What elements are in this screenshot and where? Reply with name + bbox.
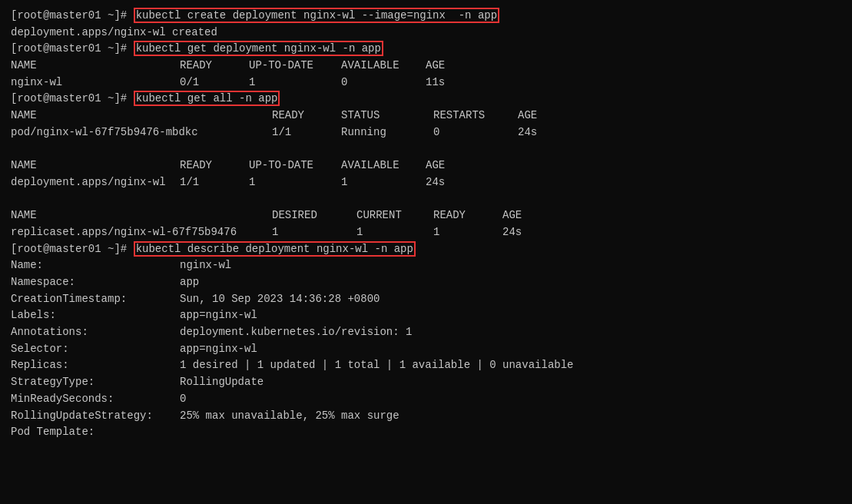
terminal-line: NAMEDESIREDCURRENTREADYAGE xyxy=(11,207,841,224)
terminal-line: Pod Template: xyxy=(11,424,841,441)
terminal-line: nginx-wl0/11011s xyxy=(11,75,841,91)
command: kubectl get all -n app xyxy=(134,91,280,106)
terminal-line: Namespace:app xyxy=(11,274,841,291)
terminal: [root@master01 ~]# kubectl create deploy… xyxy=(0,0,852,504)
terminal-line: replicaset.apps/nginx-wl-67f75b947611124… xyxy=(11,224,841,241)
terminal-line: RollingUpdateStrategy:25% max unavailabl… xyxy=(11,408,841,425)
prompt: [root@master01 ~]# xyxy=(11,92,134,104)
terminal-line: Annotations:deployment.kubernetes.io/rev… xyxy=(11,324,841,341)
prompt: [root@master01 ~]# xyxy=(11,243,134,255)
terminal-line: NAMEREADYSTATUSRESTARTSAGE xyxy=(11,108,841,124)
terminal-line: Selector:app=nginx-wl xyxy=(11,341,841,358)
terminal-line: Labels:app=nginx-wl xyxy=(11,307,841,324)
prompt: [root@master01 ~]# xyxy=(11,42,134,55)
terminal-line: MinReadySeconds:0 xyxy=(11,391,841,408)
terminal-line: [root@master01 ~]# kubectl get all -n ap… xyxy=(11,91,841,108)
terminal-line: StrategyType:RollingUpdate xyxy=(11,374,841,391)
terminal-line: Replicas:1 desired | 1 updated | 1 total… xyxy=(11,357,841,374)
terminal-line: deployment.apps/nginx-wl1/11124s xyxy=(11,174,841,191)
terminal-line: [root@master01 ~]# kubectl describe depl… xyxy=(11,241,841,258)
terminal-line: [root@master01 ~]# kubectl create deploy… xyxy=(11,8,841,25)
command: kubectl create deployment nginx-wl --ima… xyxy=(134,8,499,23)
terminal-line: [root@master01 ~]# kubectl get deploymen… xyxy=(11,41,841,58)
output-line: deployment.apps/nginx-wl created xyxy=(11,25,841,41)
terminal-line: CreationTimestamp:Sun, 10 Sep 2023 14:36… xyxy=(11,291,841,308)
terminal-line: Name:nginx-wl xyxy=(11,257,841,274)
command: kubectl get deployment nginx-wl -n app xyxy=(134,41,383,56)
terminal-line: NAMEREADYUP-TO-DATEAVAILABLEAGE xyxy=(11,158,841,174)
prompt: [root@master01 ~]# xyxy=(11,9,134,22)
terminal-line: NAMEREADYUP-TO-DATEAVAILABLEAGE xyxy=(11,58,841,75)
command: kubectl describe deployment nginx-wl -n … xyxy=(134,241,416,257)
terminal-line: pod/nginx-wl-67f75b9476-mbdkc1/1Running0… xyxy=(11,124,841,141)
